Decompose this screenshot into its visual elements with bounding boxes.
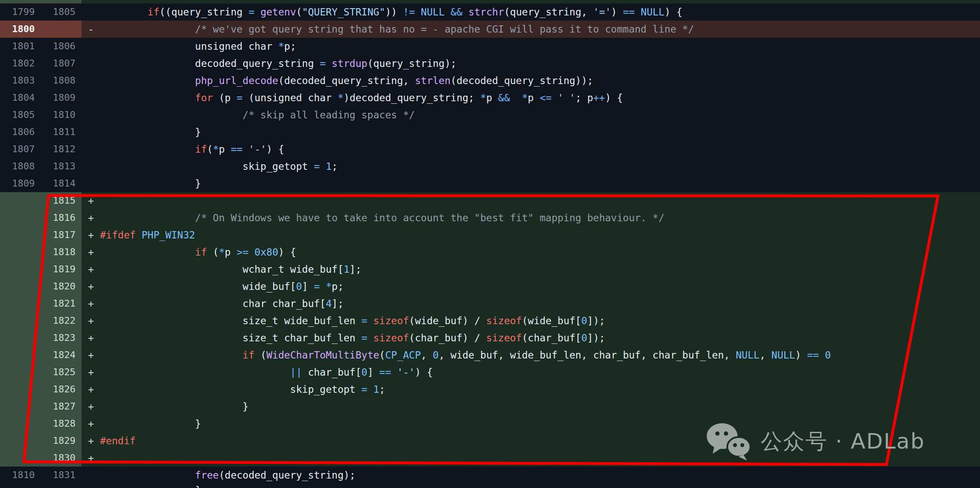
old-line-number[interactable]	[0, 192, 41, 209]
code-cell: php_url_decode(decoded_query_string, str…	[82, 72, 980, 89]
diff-viewer: 17991805 if((query_string = getenv("QUER…	[0, 0, 980, 488]
new-line-number[interactable]: 1810	[41, 106, 82, 124]
new-line-number[interactable]: 1807	[41, 55, 82, 72]
code-line: if((query_string = getenv("QUERY_STRING"…	[82, 3, 682, 21]
added-marker: +	[88, 346, 94, 364]
old-line-number[interactable]	[0, 398, 41, 415]
new-line-number[interactable]: 1809	[41, 89, 82, 106]
old-line-number[interactable]	[0, 449, 41, 467]
code-line: || char_buf[0] == '-') {	[82, 364, 433, 381]
old-line-number[interactable]: 1806	[0, 124, 41, 141]
partial-context-row-bottom: }	[0, 484, 980, 488]
diff-row: 1820+ wide_buf[0] = *p;	[0, 278, 980, 295]
new-line-number[interactable]: 1813	[41, 158, 82, 175]
code-line: free(decoded_query_string);	[82, 467, 355, 484]
added-marker: +	[88, 364, 94, 381]
new-line-number[interactable]: 1822	[41, 312, 82, 329]
old-line-number[interactable]	[0, 346, 41, 364]
old-line-number[interactable]	[0, 329, 41, 346]
old-line-number[interactable]	[0, 295, 41, 312]
new-line-number[interactable]: 1827	[41, 398, 82, 415]
new-line-number[interactable]: 1814	[41, 175, 82, 192]
old-line-number[interactable]	[0, 261, 41, 278]
old-line-number[interactable]: 1805	[0, 106, 41, 124]
old-line-number[interactable]: 1809	[0, 175, 41, 192]
diff-row: 1815+	[0, 192, 980, 209]
code-cell: }	[82, 175, 980, 192]
diff-row: 18031808 php_url_decode(decoded_query_st…	[0, 72, 980, 89]
new-line-number[interactable]: 1818	[41, 244, 82, 261]
code-cell: for (p = (unsigned char *)decoded_query_…	[82, 89, 980, 106]
old-line-number[interactable]	[0, 278, 41, 295]
old-line-number[interactable]	[0, 226, 41, 244]
new-line-number[interactable]: 1831	[41, 467, 82, 484]
diff-row: 1819+ wchar_t wide_buf[1];	[0, 261, 980, 278]
diff-row: 1827+ }	[0, 398, 980, 415]
added-marker: +	[88, 192, 94, 209]
diff-row: 1816+ /* On Windows we have to take into…	[0, 209, 980, 226]
new-line-number[interactable]: 1825	[41, 364, 82, 381]
new-line-number[interactable]: 1811	[41, 124, 82, 141]
partial-added-row-top	[0, 0, 980, 3]
diff-row: 1825+ || char_buf[0] == '-') {	[0, 364, 980, 381]
new-line-number[interactable]: 1819	[41, 261, 82, 278]
new-line-number[interactable]: 1830	[41, 449, 82, 467]
code-cell: +	[82, 449, 980, 467]
diff-row: 1823+ size_t char_buf_len = sizeof(char_…	[0, 329, 980, 346]
new-line-number[interactable]: 1826	[41, 381, 82, 398]
old-line-number[interactable]: 1807	[0, 141, 41, 158]
code-cell: free(decoded_query_string);	[82, 467, 980, 484]
code-line: }	[82, 124, 201, 141]
old-line-number[interactable]	[0, 432, 41, 449]
old-line-number[interactable]: 1804	[0, 89, 41, 106]
new-line-number[interactable]: 1821	[41, 295, 82, 312]
added-marker: +	[88, 432, 94, 449]
new-line-number[interactable]	[41, 21, 82, 38]
old-line-number[interactable]: 1800	[0, 21, 41, 38]
code-line: char char_buf[4];	[82, 295, 344, 312]
code-cell: decoded_query_string = strdup(query_stri…	[82, 55, 980, 72]
new-line-number[interactable]: 1816	[41, 209, 82, 226]
diff-row: 18041809 for (p = (unsigned char *)decod…	[0, 89, 980, 106]
added-marker: +	[88, 226, 94, 244]
old-line-number[interactable]: 1810	[0, 467, 41, 484]
new-line-number[interactable]: 1812	[41, 141, 82, 158]
new-line-number[interactable]: 1815	[41, 192, 82, 209]
new-line-number[interactable]: 1806	[41, 38, 82, 55]
old-line-number[interactable]	[0, 244, 41, 261]
diff-row: 18011806 unsigned char *p;	[0, 38, 980, 55]
diff-row: 18081813 skip_getopt = 1;	[0, 158, 980, 175]
added-marker: +	[88, 261, 94, 278]
code-cell: +#endif	[82, 432, 980, 449]
new-line-number[interactable]: 1820	[41, 278, 82, 295]
diff-row: 17991805 if((query_string = getenv("QUER…	[0, 3, 980, 21]
diff-row: 18061811 }	[0, 124, 980, 141]
diff-row: 1817+#ifdef PHP_WIN32	[0, 226, 980, 244]
code-cell: if((query_string = getenv("QUERY_STRING"…	[82, 3, 980, 21]
old-line-number[interactable]: 1802	[0, 55, 41, 72]
new-line-number[interactable]: 1824	[41, 346, 82, 364]
diff-row: 1830+	[0, 449, 980, 467]
old-line-number[interactable]	[0, 364, 41, 381]
old-line-number[interactable]: 1801	[0, 38, 41, 55]
new-line-number[interactable]: 1817	[41, 226, 82, 244]
new-line-number[interactable]: 1805	[41, 3, 82, 21]
diff-row: 1822+ size_t wide_buf_len = sizeof(wide_…	[0, 312, 980, 329]
old-line-number[interactable]	[0, 209, 41, 226]
new-line-number[interactable]: 1829	[41, 432, 82, 449]
old-line-number[interactable]: 1799	[0, 3, 41, 21]
code-line: }	[82, 175, 201, 192]
code-line: wide_buf[0] = *p;	[82, 278, 344, 295]
code-cell: + || char_buf[0] == '-') {	[82, 364, 980, 381]
old-line-number[interactable]	[0, 381, 41, 398]
new-line-number[interactable]: 1808	[41, 72, 82, 89]
old-line-number[interactable]: 1808	[0, 158, 41, 175]
diff-row: 1818+ if (*p >= 0x80) {	[0, 244, 980, 261]
new-line-number[interactable]: 1828	[41, 415, 82, 432]
new-line-number[interactable]: 1823	[41, 329, 82, 346]
partial-body	[82, 0, 980, 3]
old-line-number[interactable]	[0, 415, 41, 432]
old-line-number[interactable]: 1803	[0, 72, 41, 89]
old-line-number[interactable]	[0, 312, 41, 329]
code-line: unsigned char *p;	[82, 38, 296, 55]
